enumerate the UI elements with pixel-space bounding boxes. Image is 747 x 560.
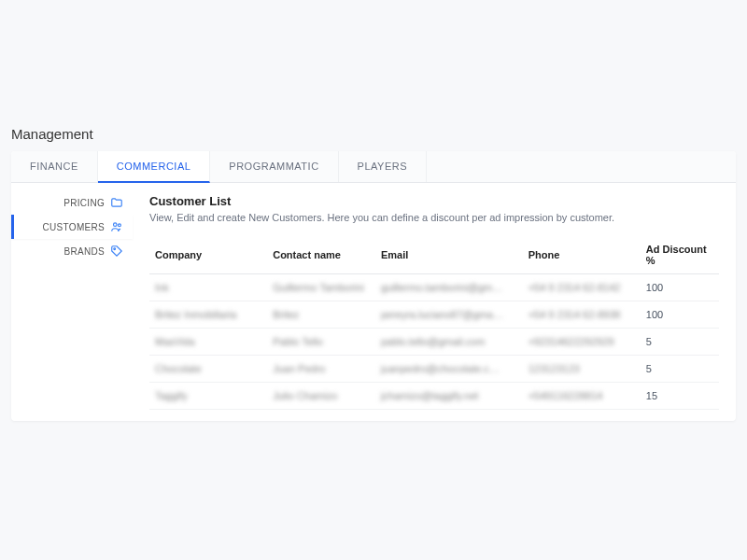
cell-company: Britez Inmobiliaria	[149, 301, 267, 329]
cell-contact: Julio Chamizo	[267, 383, 375, 410]
list-description: View, Edit and create New Customers. Her…	[149, 212, 719, 223]
col-contact[interactable]: Contact name	[267, 236, 375, 274]
sidebar-item-label: PRICING	[63, 198, 105, 208]
cell-phone: +54 9 2314 62-8142	[523, 274, 641, 301]
cell-company: Taggify	[149, 383, 267, 410]
cell-company: MasVida	[149, 329, 267, 356]
sidebar-item-brands[interactable]: BRANDS	[11, 239, 133, 263]
management-panel: FINANCE COMMERCIAL PROGRAMMATIC PLAYERS …	[11, 151, 736, 421]
cell-phone: +549116228814	[523, 383, 641, 410]
svg-point-0	[114, 223, 118, 227]
cell-email: guillermo.tamborini@gm…	[375, 274, 523, 301]
list-title: Customer List	[149, 194, 719, 208]
cell-email: juanpedro@chocolate.c…	[375, 356, 523, 383]
cell-discount: 5	[641, 329, 719, 356]
folder-icon	[110, 196, 123, 209]
col-company[interactable]: Company	[149, 236, 267, 274]
sidebar: PRICING CUSTOMERS BRANDS	[11, 183, 133, 421]
cell-company: Ink	[149, 274, 267, 301]
cell-email: pereyra.luciano87@gma…	[375, 301, 523, 329]
cell-phone: +54 9 2314 62-8938	[523, 301, 641, 329]
table-row[interactable]: MasVidaPablo Tellopablo.tello@gmail.com+…	[149, 329, 719, 356]
table-row[interactable]: Britez InmobiliariaBritezpereyra.luciano…	[149, 301, 719, 329]
content-area: PRICING CUSTOMERS BRANDS Customer List	[11, 183, 736, 421]
tab-programmatic[interactable]: PROGRAMMATIC	[210, 151, 338, 182]
table-row[interactable]: InkGuillermo Tamboriniguillermo.tamborin…	[149, 274, 719, 301]
tab-bar: FINANCE COMMERCIAL PROGRAMMATIC PLAYERS	[11, 151, 736, 183]
main-content: Customer List View, Edit and create New …	[133, 183, 736, 421]
sidebar-item-label: BRANDS	[64, 246, 105, 257]
page-title: Management	[0, 0, 747, 151]
sidebar-item-customers[interactable]: CUSTOMERS	[11, 215, 133, 239]
cell-contact: Juan Pedro	[267, 356, 375, 383]
cell-discount: 15	[641, 383, 719, 410]
cell-email: jchamizo@taggify.net	[375, 383, 523, 410]
tab-players[interactable]: PLAYERS	[339, 151, 427, 182]
col-discount[interactable]: Ad Discount %	[641, 236, 719, 274]
cell-company: Chocolate	[149, 356, 267, 383]
cell-phone: 123123123	[523, 356, 641, 383]
cell-email: pablo.tello@gmail.com	[375, 329, 523, 356]
tab-finance[interactable]: FINANCE	[11, 151, 98, 182]
cell-contact: Pablo Tello	[267, 329, 375, 356]
table-row[interactable]: ChocolateJuan Pedrojuanpedro@chocolate.c…	[149, 356, 719, 383]
users-icon	[110, 220, 123, 233]
sidebar-item-pricing[interactable]: PRICING	[11, 190, 133, 215]
col-phone[interactable]: Phone	[523, 236, 641, 274]
customers-table: Company Contact name Email Phone Ad Disc…	[149, 236, 719, 410]
tag-icon	[110, 245, 123, 258]
svg-point-1	[118, 224, 120, 227]
cell-contact: Britez	[267, 301, 375, 329]
cell-phone: +92314622292929	[523, 329, 641, 356]
sidebar-item-label: CUSTOMERS	[43, 222, 105, 232]
cell-discount: 100	[641, 301, 719, 329]
cell-discount: 100	[641, 274, 719, 301]
table-header-row: Company Contact name Email Phone Ad Disc…	[149, 236, 719, 274]
table-row[interactable]: TaggifyJulio Chamizojchamizo@taggify.net…	[149, 383, 719, 410]
col-email[interactable]: Email	[375, 236, 523, 274]
cell-discount: 5	[641, 356, 719, 383]
tab-commercial[interactable]: COMMERCIAL	[98, 151, 211, 183]
svg-point-2	[114, 248, 116, 250]
cell-contact: Guillermo Tamborini	[267, 274, 375, 301]
